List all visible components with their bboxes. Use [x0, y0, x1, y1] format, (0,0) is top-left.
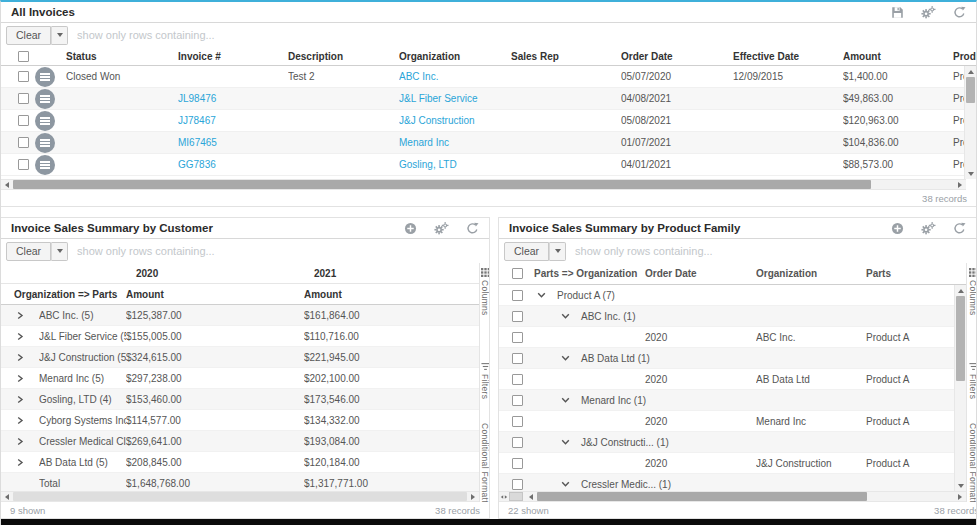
column-header-order-date[interactable]: Order Date	[621, 51, 733, 62]
add-icon[interactable]	[404, 222, 417, 235]
column-header-organization-parts[interactable]: Organization => Parts	[1, 289, 126, 300]
row-checkbox[interactable]	[512, 290, 523, 301]
scroll-down-button[interactable]	[955, 480, 967, 491]
filter-input[interactable]	[75, 244, 484, 258]
column-header-amount-2020[interactable]: Amount	[126, 289, 304, 300]
column-header-order-date[interactable]: Order Date	[644, 268, 756, 279]
filter-input[interactable]	[573, 244, 971, 258]
scroll-left-button[interactable]	[1, 491, 13, 502]
chevron-right-icon[interactable]	[16, 395, 24, 404]
row-checkbox[interactable]	[18, 71, 29, 82]
column-header-product[interactable]: Product	[953, 51, 977, 62]
select-all-checkbox[interactable]	[512, 268, 523, 279]
row-checkbox[interactable]	[512, 311, 523, 322]
row-checkbox[interactable]	[512, 479, 523, 490]
scrollbar-thumb[interactable]	[537, 492, 867, 501]
row-menu-button[interactable]	[35, 89, 55, 109]
pane-splitter-arrows[interactable]	[499, 494, 509, 500]
organization-cell[interactable]: Menard Inc	[399, 137, 511, 148]
row-checkbox[interactable]	[512, 374, 523, 385]
column-header-parts[interactable]: Parts	[866, 268, 954, 279]
gears-icon[interactable]	[434, 222, 449, 235]
invoice-cell[interactable]: JJ78467	[178, 115, 288, 126]
gears-icon[interactable]	[921, 222, 936, 235]
clear-dropdown-arrow[interactable]	[549, 242, 566, 261]
save-icon[interactable]	[891, 6, 904, 19]
scrollbar-thumb[interactable]	[13, 492, 467, 501]
clear-filter-button[interactable]: Clear	[6, 242, 51, 261]
gears-icon[interactable]	[921, 6, 936, 19]
horizontal-scrollbar[interactable]	[499, 491, 966, 502]
organization-cell[interactable]: ABC Inc.	[399, 71, 511, 82]
row-menu-button[interactable]	[35, 111, 55, 131]
scroll-up-button[interactable]	[955, 285, 967, 296]
row-checkbox[interactable]	[18, 51, 29, 62]
column-header-amount[interactable]: Amount	[843, 51, 953, 62]
invoice-cell[interactable]: MI67465	[178, 137, 288, 148]
scroll-left-button[interactable]	[1, 179, 13, 190]
column-header-organization[interactable]: Organization	[399, 51, 511, 62]
scroll-left-button[interactable]	[525, 491, 537, 502]
conditional-formatting-tab[interactable]: Conditional Formatting	[968, 423, 976, 502]
filters-tab[interactable]: Filters	[480, 362, 489, 399]
chevron-down-icon[interactable]	[561, 312, 570, 320]
organization-cell[interactable]: J&L Fiber Service	[399, 93, 511, 104]
scrollbar-thumb[interactable]	[956, 296, 965, 381]
organization-cell[interactable]: J&J Construction	[399, 115, 511, 126]
columns-tab[interactable]: Columns	[480, 268, 489, 316]
chevron-right-icon[interactable]	[16, 437, 24, 446]
row-menu-button[interactable]	[35, 133, 55, 153]
column-header-parts-organization[interactable]: Parts => Organization	[529, 268, 644, 279]
row-checkbox[interactable]	[512, 332, 523, 343]
column-header-description[interactable]: Description	[288, 51, 399, 62]
chevron-down-icon[interactable]	[561, 438, 570, 446]
chevron-down-icon[interactable]	[537, 291, 546, 299]
refresh-icon[interactable]	[953, 222, 966, 235]
scrollbar-thumb[interactable]	[966, 77, 975, 103]
row-checkbox[interactable]	[512, 416, 523, 427]
clear-filter-button[interactable]: Clear	[504, 242, 549, 261]
horizontal-scrollbar[interactable]	[1, 491, 479, 502]
scroll-right-button[interactable]	[954, 179, 966, 190]
chevron-right-icon[interactable]	[16, 311, 24, 320]
row-menu-button[interactable]	[35, 155, 55, 175]
scroll-up-button[interactable]	[965, 66, 977, 77]
row-checkbox[interactable]	[18, 159, 29, 170]
row-checkbox[interactable]	[18, 115, 29, 126]
column-header-status[interactable]: Status	[66, 51, 178, 62]
chevron-right-icon[interactable]	[16, 332, 24, 341]
vertical-scrollbar[interactable]	[964, 66, 976, 179]
columns-tab[interactable]: Columns	[968, 268, 976, 316]
row-checkbox[interactable]	[512, 353, 523, 364]
row-checkbox[interactable]	[512, 458, 523, 469]
invoice-cell[interactable]: JL98476	[178, 93, 288, 104]
row-checkbox[interactable]	[18, 93, 29, 104]
row-menu-button[interactable]	[35, 67, 55, 87]
pane-splitter-handle[interactable]	[509, 492, 523, 501]
refresh-icon[interactable]	[953, 6, 966, 19]
organization-link[interactable]: Menard Inc	[756, 416, 866, 427]
column-header-invoice[interactable]: Invoice #	[178, 51, 288, 62]
organization-link[interactable]: ABC Inc.	[756, 332, 866, 343]
scrollbar-thumb[interactable]	[13, 180, 871, 189]
column-header-amount-2021[interactable]: Amount	[304, 289, 479, 300]
year-2021-header[interactable]: 2021	[304, 268, 479, 279]
add-icon[interactable]	[891, 222, 904, 235]
horizontal-scrollbar[interactable]	[1, 179, 966, 190]
filter-input[interactable]	[75, 28, 971, 42]
chevron-right-icon[interactable]	[16, 458, 24, 467]
column-header-organization[interactable]: Organization	[756, 268, 866, 279]
chevron-down-icon[interactable]	[561, 354, 570, 362]
organization-cell[interactable]: Gosling, LTD	[399, 159, 511, 170]
row-checkbox[interactable]	[512, 395, 523, 406]
vertical-scrollbar[interactable]	[954, 285, 966, 491]
scroll-down-button[interactable]	[965, 168, 977, 179]
organization-link[interactable]: J&J Construction	[756, 458, 866, 469]
chevron-down-icon[interactable]	[561, 396, 570, 404]
organization-link[interactable]: AB Data Ltd	[756, 374, 866, 385]
scroll-right-button[interactable]	[467, 491, 479, 502]
row-checkbox[interactable]	[18, 137, 29, 148]
chevron-right-icon[interactable]	[16, 374, 24, 383]
clear-dropdown-arrow[interactable]	[51, 26, 68, 45]
invoice-cell[interactable]: GG7836	[178, 159, 288, 170]
